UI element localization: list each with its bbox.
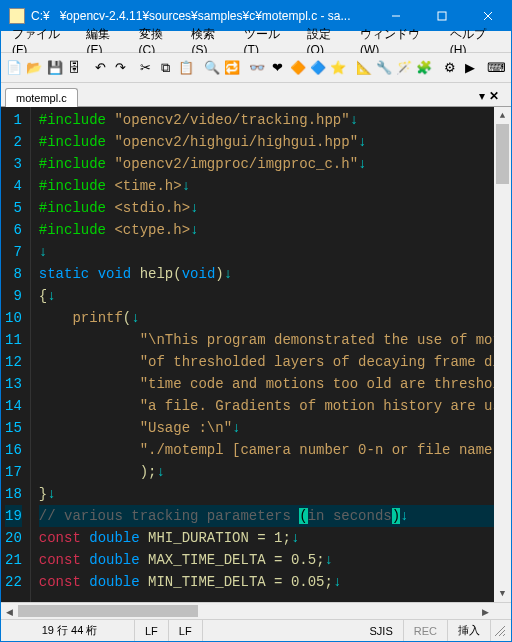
line-number: 14 [5,395,22,417]
tool1-icon[interactable]: 📐 [354,57,372,79]
mark5-icon[interactable]: ⭐ [329,57,347,79]
code-line[interactable]: #include <ctype.h>↓ [39,219,494,241]
scroll-left-icon[interactable]: ◀ [1,603,18,620]
scroll-track-h[interactable] [18,603,477,619]
drive-label: C:¥ [31,9,50,23]
tool3-icon[interactable]: 🪄 [395,57,413,79]
save-all-icon[interactable]: 🗄 [66,57,84,79]
scroll-right-icon[interactable]: ▶ [477,603,494,620]
code-line[interactable]: );↓ [39,461,494,483]
macro-icon[interactable]: ▶ [461,57,479,79]
status-encoding: SJIS [360,620,404,641]
cmd-icon[interactable]: ⌨ [486,57,507,79]
status-eol1: LF [135,620,169,641]
line-number: 13 [5,373,22,395]
search-icon[interactable]: 🔍 [203,57,221,79]
line-number: 15 [5,417,22,439]
line-number: 11 [5,329,22,351]
scroll-thumb-v[interactable] [496,124,509,184]
scroll-corner [494,603,511,620]
code-line[interactable]: #include <time.h>↓ [39,175,494,197]
editor[interactable]: 12345678910111213141516171819202122 #inc… [1,107,511,602]
line-number: 1 [5,109,22,131]
resize-grip-icon[interactable] [491,624,507,638]
code-line[interactable]: const double MIN_TIME_DELTA = 0.05;↓ [39,571,494,593]
code-line[interactable]: "./motempl [camera number 0-n or file na… [39,439,494,461]
code-line[interactable]: const double MAX_TIME_DELTA = 0.5;↓ [39,549,494,571]
line-number: 5 [5,197,22,219]
status-insert: 挿入 [448,620,491,641]
scroll-thumb-h[interactable] [18,605,198,617]
mark3-icon[interactable]: 🔶 [289,57,307,79]
code-line[interactable]: static void help(void)↓ [39,263,494,285]
toolbar: 📄📂💾🗄↶↷✂⧉📋🔍🔁👓❤🔶🔷⭐📐🔧🪄🧩⚙▶⌨ [1,53,511,83]
vertical-scrollbar[interactable]: ▲ ▼ [494,107,511,602]
line-number: 21 [5,549,22,571]
line-number: 4 [5,175,22,197]
line-number: 6 [5,219,22,241]
new-icon[interactable]: 📄 [5,57,23,79]
tab-dropdown-icon[interactable]: ▾ [479,89,485,103]
status-eol2: LF [169,620,203,641]
statusbar: 19 行 44 桁 LF LF SJIS REC 挿入 [1,619,511,641]
tab-motempl[interactable]: motempl.c [5,88,78,107]
status-position: 19 行 44 桁 [5,620,135,641]
paste-icon[interactable]: 📋 [177,57,195,79]
code-line[interactable]: "a file. Gradients of motion history are… [39,395,494,417]
save-icon[interactable]: 💾 [45,57,63,79]
tool4-icon[interactable]: 🧩 [415,57,433,79]
tab-label: motempl.c [16,92,67,104]
line-number: 16 [5,439,22,461]
tab-close-icon[interactable]: ✕ [489,89,503,103]
code-line[interactable]: const double MHI_DURATION = 1;↓ [39,527,494,549]
line-number: 17 [5,461,22,483]
undo-icon[interactable]: ↶ [91,57,109,79]
code-line[interactable]: #include <stdio.h>↓ [39,197,494,219]
code-line[interactable]: #include "opencv2/imgproc/imgproc_c.h"↓ [39,153,494,175]
status-rec: REC [404,620,448,641]
code-line[interactable]: "time code and motions too old are thres… [39,373,494,395]
code-line[interactable]: printf(↓ [39,307,494,329]
line-number: 22 [5,571,22,593]
line-number: 9 [5,285,22,307]
code-line[interactable]: }↓ [39,483,494,505]
line-number: 8 [5,263,22,285]
scroll-down-icon[interactable]: ▼ [494,585,511,602]
line-number: 2 [5,131,22,153]
code-line[interactable]: // various tracking parameters (in secon… [39,505,494,527]
settings-icon[interactable]: ⚙ [440,57,458,79]
cut-icon[interactable]: ✂ [137,57,155,79]
code-line[interactable]: #include "opencv2/video/tracking.hpp"↓ [39,109,494,131]
scroll-track-v[interactable] [494,124,511,585]
code-line[interactable]: #include "opencv2/highgui/highgui.hpp"↓ [39,131,494,153]
gutter: 12345678910111213141516171819202122 [1,107,31,602]
copy-icon[interactable]: ⧉ [157,57,175,79]
tabbar: motempl.c ▾ ✕ [1,83,511,107]
code-line[interactable]: "of thresholded layers of decaying frame… [39,351,494,373]
code-line[interactable]: ↓ [39,241,494,263]
redo-icon[interactable]: ↷ [111,57,129,79]
app-icon [9,8,25,24]
code-area[interactable]: #include "opencv2/video/tracking.hpp"↓#i… [31,107,494,602]
line-number: 20 [5,527,22,549]
scroll-up-icon[interactable]: ▲ [494,107,511,124]
menubar: ファイル(F) 編集(E) 変換(C) 検索(S) ツール(T) 設定(O) ウ… [1,31,511,53]
tool2-icon[interactable]: 🔧 [375,57,393,79]
code-line[interactable]: "Usage :\n"↓ [39,417,494,439]
svg-rect-1 [438,12,446,20]
line-number: 18 [5,483,22,505]
code-line[interactable]: {↓ [39,285,494,307]
open-icon[interactable]: 📂 [25,57,43,79]
line-number: 19 [5,505,22,527]
line-number: 12 [5,351,22,373]
code-line[interactable]: "\nThis program demonstrated the use of … [39,329,494,351]
mark4-icon[interactable]: 🔷 [309,57,327,79]
window-title: ¥opencv-2.4.11¥sources¥samples¥c¥motempl… [60,9,373,23]
replace-icon[interactable]: 🔁 [223,57,241,79]
line-number: 7 [5,241,22,263]
svg-line-6 [503,634,505,636]
line-number: 3 [5,153,22,175]
mark2-icon[interactable]: ❤ [268,57,286,79]
horizontal-scrollbar[interactable]: ◀ ▶ [1,602,511,619]
mark1-icon[interactable]: 👓 [248,57,266,79]
